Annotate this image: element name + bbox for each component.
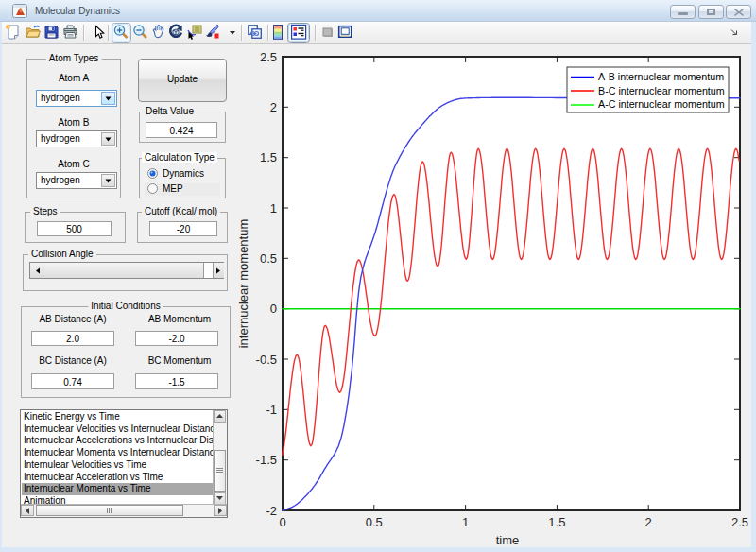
svg-text:-1.5: -1.5 — [256, 453, 277, 467]
svg-text:1.5: 1.5 — [260, 150, 277, 164]
svg-text:-1: -1 — [266, 403, 277, 417]
svg-text:0: 0 — [270, 302, 277, 316]
svg-text:0: 0 — [279, 515, 285, 529]
svg-text:time: time — [496, 533, 520, 547]
svg-text:1: 1 — [270, 201, 277, 216]
svg-text:-0.5: -0.5 — [256, 353, 277, 367]
svg-text:1: 1 — [462, 515, 469, 529]
svg-text:B-C internuclear momentum: B-C internuclear momentum — [598, 85, 725, 96]
svg-text:0.5: 0.5 — [366, 515, 383, 529]
svg-text:2: 2 — [645, 515, 652, 529]
svg-text:2.5: 2.5 — [731, 515, 748, 529]
svg-text:-2: -2 — [266, 504, 277, 518]
svg-text:1.5: 1.5 — [548, 515, 565, 529]
svg-text:2: 2 — [270, 100, 277, 114]
svg-text:A-B internuclear momentum: A-B internuclear momentum — [598, 71, 724, 82]
svg-text:internuclear momentum: internuclear momentum — [236, 219, 250, 349]
svg-text:0.5: 0.5 — [260, 251, 277, 266]
svg-text:A-C internuclear momentum: A-C internuclear momentum — [598, 98, 725, 110]
svg-text:2.5: 2.5 — [260, 50, 277, 64]
